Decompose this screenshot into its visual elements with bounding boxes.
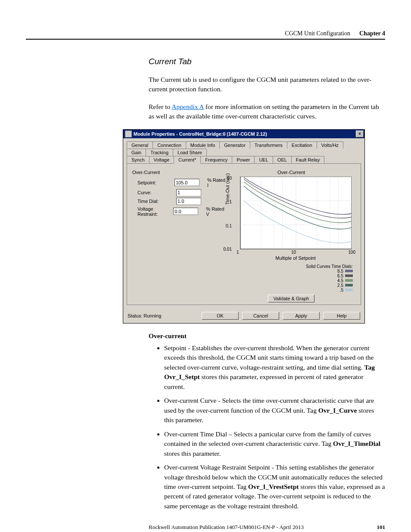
page-header: CGCM Unit Configuration Chapter 4 xyxy=(26,30,385,40)
list-item: Setpoint - Establishes the over-current … xyxy=(164,343,385,392)
list-item: Over-current Time Dial – Selects a parti… xyxy=(164,429,385,458)
curve-input[interactable] xyxy=(176,189,201,196)
intro-paragraph-1: The Current tab is used to configure the… xyxy=(149,75,385,94)
legend-row: .5 xyxy=(227,288,353,292)
header-section: CGCM Unit Configuration xyxy=(285,30,350,37)
tab-transformers[interactable]: Transformers xyxy=(250,141,287,149)
tab-tracking[interactable]: Tracking xyxy=(146,149,173,156)
timedial-label: Time Dial: xyxy=(132,199,176,204)
list-item: Over-current Voltage Restraint Setpoint … xyxy=(164,463,385,511)
tabs-row-2: SynchVoltageCurrent*FrequencyPowerUELOEL… xyxy=(127,156,361,163)
window-icon xyxy=(125,131,132,137)
setpoint-input[interactable] xyxy=(174,179,199,186)
close-icon[interactable]: × xyxy=(356,131,364,137)
tab-gain[interactable]: Gain xyxy=(127,149,146,156)
tab-fault-relay[interactable]: Fault Relay xyxy=(291,156,325,164)
page-number: 101 xyxy=(377,524,386,531)
ok-button[interactable]: OK xyxy=(202,312,239,320)
validate-button[interactable]: Validate & Graph xyxy=(268,295,315,302)
page-footer: Rockwell Automation Publication 1407-UM0… xyxy=(26,524,385,531)
status-text: Status: Running xyxy=(128,313,198,318)
chart-legend: Solid Curves Time Dials: 8.56.54.52.5.5 xyxy=(227,264,355,292)
tab-generator[interactable]: Generator xyxy=(219,141,250,149)
timedial-input[interactable] xyxy=(176,198,201,205)
dialog-title: Module Properties - ControlNet_Bridge:0 … xyxy=(134,131,267,137)
tab-load-share[interactable]: Load Share xyxy=(173,149,207,156)
tab-general[interactable]: General xyxy=(127,141,153,149)
list-item: Over-current Curve - Selects the time ov… xyxy=(164,396,385,425)
vrest-input[interactable] xyxy=(173,208,198,215)
chart-xticks: 1 10 100 xyxy=(227,250,355,255)
dialog-footer: Status: Running OK Cancel Apply Help xyxy=(123,308,364,323)
publication-info: Rockwell Automation Publication 1407-UM0… xyxy=(149,524,304,531)
legend-row: 4.5 xyxy=(227,278,353,283)
tab-power[interactable]: Power xyxy=(232,156,255,164)
tab-excitation[interactable]: Excitation xyxy=(287,141,317,149)
setpoint-label: Setpoint: xyxy=(132,180,174,185)
tab-connection[interactable]: Connection xyxy=(153,141,186,149)
dialog-screenshot: Module Properties - ControlNet_Bridge:0 … xyxy=(123,129,365,324)
curve-label: Curve: xyxy=(132,190,176,195)
header-chapter: Chapter 4 xyxy=(359,30,385,37)
vrest-unit: % Rated V xyxy=(206,206,227,217)
cancel-button[interactable]: Cancel xyxy=(242,312,279,320)
tab-voltage[interactable]: Voltage xyxy=(149,156,174,164)
chart-xlabel: Multiple of Setpoint xyxy=(227,255,355,261)
help-button[interactable]: Help xyxy=(323,312,360,320)
apply-button[interactable]: Apply xyxy=(283,312,320,320)
appendix-link[interactable]: Appendix A xyxy=(171,103,204,110)
intro-paragraph-2: Refer to Appendix A for more information… xyxy=(149,102,385,121)
tab-current-[interactable]: Current* xyxy=(174,156,201,164)
tab-synch[interactable]: Synch xyxy=(127,156,149,164)
overcurrent-list: Setpoint - Establishes the over-current … xyxy=(149,343,385,511)
chart-title: Over-Current xyxy=(227,170,355,175)
tab-module-info[interactable]: Module Info xyxy=(186,141,220,149)
chart-plot: Time-Out (sec) 10 1 0.1 0.01 xyxy=(231,177,352,250)
dialog-titlebar: Module Properties - ControlNet_Bridge:0 … xyxy=(123,130,364,138)
overcurrent-heading: Over-current xyxy=(149,332,385,340)
vrest-label: Voltage Restraint: xyxy=(132,206,173,217)
legend-row: 6.5 xyxy=(227,274,353,278)
tab-panel-current: Over-Current Setpoint: % Rated I Curve: xyxy=(127,163,361,305)
setpoint-unit: % Rated I xyxy=(207,177,227,188)
legend-row: 8.5 xyxy=(227,269,353,274)
section-title: Current Tab xyxy=(149,57,385,66)
tab-oel[interactable]: OEL xyxy=(273,156,292,164)
legend-row: 2.5 xyxy=(227,283,353,288)
tab-uel[interactable]: UEL xyxy=(254,156,273,164)
tabs-row-1: GeneralConnectionModule InfoGeneratorTra… xyxy=(127,141,361,156)
group-label: Over-Current xyxy=(132,170,227,175)
tab-volts-hz[interactable]: Volts/Hz xyxy=(317,141,343,149)
tab-frequency[interactable]: Frequency xyxy=(200,156,232,164)
